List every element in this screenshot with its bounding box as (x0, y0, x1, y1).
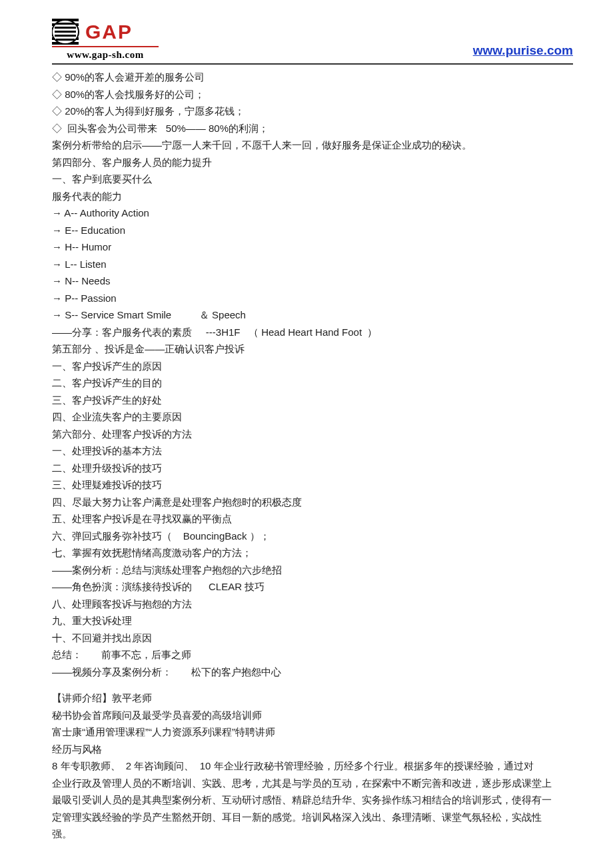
body-line: 富士康“通用管理课程”“人力资源系列课程”特聘讲师 (52, 723, 561, 741)
body-line: 九、重大投诉处理 (52, 612, 561, 630)
body-line: 一、客户到底要买什么 (52, 171, 561, 188)
document-body: ◇ 90%的客人会避开差的服务公司◇ 80%的客人会找服务好的公司；◇ 20%的… (0, 65, 613, 843)
body-line: 一、客户投诉产生的原因 (52, 358, 561, 375)
body-line: → P-- Passion (52, 290, 561, 307)
body-line: → H-- Humor (52, 238, 561, 256)
body-line: 【讲师介绍】敦平老师 (52, 689, 561, 707)
body-line: 第四部分、客户服务人员的能力提升 (52, 154, 561, 171)
body-line: ◇ 20%的客人为得到好服务，宁愿多花钱； (52, 103, 561, 120)
body-line: ◇ 回头客会为公司带来 50%—— 80%的利润； (52, 120, 561, 137)
body-line: ――案例分析：总结与演练处理客户抱怨的六步绝招 (52, 562, 561, 579)
gap-logo-icon: GAP (52, 19, 159, 48)
logo-block: GAP www.gap-sh.com (52, 19, 159, 61)
document-page: GAP www.gap-sh.com www.purise.com ◇ 90%的… (0, 0, 613, 867)
blank-line (52, 680, 561, 689)
body-line: 8 年专职教师、 2 年咨询顾问、 10 年企业行政秘书管理经验，历经多个行业。… (52, 757, 561, 775)
body-line: 第六部分、处理客户投诉的方法 (52, 426, 561, 443)
top-right-link[interactable]: www.purise.com (473, 43, 573, 58)
svg-rect-8 (55, 27, 76, 29)
body-line: 三、客户投诉产生的好处 (52, 392, 561, 409)
body-line: → N-- Needs (52, 272, 561, 290)
svg-rect-9 (55, 31, 76, 33)
body-line: 第五部分 、投诉是金——正确认识客户投诉 (52, 340, 561, 358)
body-line: 秘书协会首席顾问及最受学员喜爱的高级培训师 (52, 707, 561, 724)
body-line: → E-- Education (52, 222, 561, 239)
body-line: ――角色扮演：演练接待投诉的 CLEAR 技巧 (52, 578, 561, 596)
body-line: 二、客户投诉产生的目的 (52, 374, 561, 392)
logo-url: www.gap-sh.com (67, 49, 143, 61)
body-line: 六、弹回式服务弥补技巧（ BouncingBack ）； (52, 528, 561, 545)
body-line: 五、处理客户投诉是在寻找双赢的平衡点 (52, 510, 561, 528)
body-line: ――分享：客户服务代表的素质 ---3H1F （ Head Heart Hand… (52, 324, 561, 341)
body-line: 三、处理疑难投诉的技巧 (52, 476, 561, 494)
page-header: GAP www.gap-sh.com www.purise.com (0, 0, 613, 63)
body-line: → L-- Listen (52, 256, 561, 273)
body-line: 案例分析带给的启示——宁愿一人来千回，不愿千人来一回，做好服务是保证企业成功的秘… (52, 137, 561, 154)
body-line: 七、掌握有效抚慰情绪高度激动客户的方法； (52, 544, 561, 562)
body-line: ――视频分享及案例分析： 松下的客户抱怨中心 (52, 663, 561, 681)
body-line: → A-- Authority Action (52, 205, 561, 222)
body-line: 服务代表的能力 (52, 188, 561, 205)
body-line: 二、处理升级投诉的技巧 (52, 460, 561, 477)
body-line: 总结： 前事不忘，后事之师 (52, 646, 561, 663)
body-line: 一、处理投诉的基本方法 (52, 442, 561, 460)
logo-text: GAP (85, 21, 133, 43)
body-line: 十、不回避并找出原因 (52, 630, 561, 647)
svg-rect-11 (56, 39, 75, 41)
body-line: ◇ 90%的客人会避开差的服务公司 (52, 69, 561, 86)
body-line: → S-- Service Smart Smile ＆ Speech (52, 306, 561, 324)
svg-rect-10 (55, 35, 76, 37)
body-line: 四、企业流失客户的主要原因 (52, 408, 561, 426)
body-line: 八、处理顾客投诉与抱怨的方法 (52, 596, 561, 613)
body-line: 经历与风格 (52, 741, 561, 758)
body-line: 企业行政及管理人员的不断培训、实践、思考，尤其是与学员的互动，在探索中不断完善和… (52, 775, 561, 843)
body-line: 四、尽最大努力让客户满意是处理客户抱怨时的积极态度 (52, 494, 561, 511)
svg-rect-7 (56, 23, 75, 25)
body-line: ◇ 80%的客人会找服务好的公司； (52, 86, 561, 103)
